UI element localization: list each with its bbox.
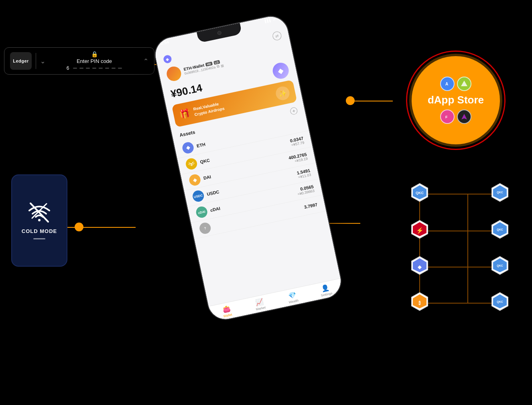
eth-big-icon: ◆: [271, 61, 290, 80]
cold-mode-phone: COLD MODE: [11, 174, 67, 267]
asset-name-last: [214, 223, 228, 226]
dapp-app-icon-3: F: [440, 109, 455, 124]
asset-name-cdai: cDAI: [210, 205, 225, 213]
screen-content: ◆ ⇄ ETH-Wallet HD LD 0x369919...115D402a: [152, 14, 344, 322]
hex-node-qkc-left: QKC: [412, 184, 428, 201]
svg-text:QKC: QKC: [497, 228, 503, 231]
asset-values-last: 3.7997: [304, 202, 318, 210]
ledger-logo: Ledger: [10, 52, 32, 70]
add-asset-button[interactable]: +: [290, 107, 298, 115]
main-phone-wrapper: 2:54 ▌▌▌ ⌘ ▮ ◆ ⇄ ETH-Wallet: [90, 0, 415, 405]
nav-market[interactable]: 📈 Market: [242, 295, 277, 314]
copy-icon[interactable]: ⧉: [217, 64, 220, 69]
svg-text:⚡: ⚡: [416, 227, 424, 234]
svg-text:QKC: QKC: [497, 300, 503, 304]
last-token-icon: ?: [199, 222, 212, 235]
dapp-store-label: dApp Store: [428, 94, 484, 106]
pin-dot: [92, 68, 96, 69]
svg-text:₿: ₿: [418, 301, 421, 306]
hex-node-btc-left: ₿: [412, 293, 428, 310]
svg-text:A: A: [445, 82, 448, 86]
chevron-down-icon[interactable]: ⌄: [40, 57, 45, 65]
airdrop-text: Real,Valuable Crypto Airdrops: [193, 100, 225, 117]
cdai-token-icon: cDAI: [195, 205, 208, 219]
gift-icon: 🎁: [179, 108, 191, 120]
svg-text:QKC: QKC: [497, 264, 503, 267]
nav-wealth[interactable]: 💎 Wealth: [275, 288, 311, 307]
svg-text:F: F: [445, 115, 448, 119]
notch-camera: [217, 30, 222, 35]
connector-line-cold: [67, 227, 136, 228]
hex-node-tron-left: ⚡: [412, 221, 428, 238]
hex-node-1-right: QKC: [492, 184, 508, 201]
cold-mode-label: COLD MODE: [22, 228, 57, 234]
asset-name-eth: ETH: [196, 141, 211, 148]
svg-point-0: [38, 219, 41, 221]
dapp-app-icon-4: [457, 109, 471, 124]
pin-dot: [73, 68, 77, 69]
asset-values-cdai: 0.0565 ≈¥0.39663: [296, 184, 315, 196]
wallet-nav-label: Wallet: [223, 313, 232, 318]
hex-node-eth-left: ◆: [412, 257, 428, 274]
hex-node-2-right: QKC: [492, 221, 508, 238]
wifi-slash-icon: [27, 202, 51, 224]
usdc-token-icon: USDC: [192, 189, 205, 202]
asset-values-qkc: 0.0347 ≈¥57.79: [290, 136, 305, 148]
network-diagram: QKC ⚡ ◆ ₿ QKC QKC QKC QKC: [388, 176, 524, 321]
dapp-app-icon-2: [457, 77, 471, 91]
cold-line-decoration: [33, 238, 45, 239]
asset-values-usdc: 1.5491 ≈¥11.03: [296, 168, 311, 180]
asset-values-dai: 400.2765 ≈¥19.19: [288, 152, 308, 164]
battery-icon: ▮: [277, 17, 279, 21]
eth-small-icon: ◆: [163, 55, 173, 64]
wallet-avatar: [165, 65, 183, 83]
dai-token-icon: ◈: [188, 173, 201, 186]
pin-dot: [79, 68, 83, 69]
phone-screen: 2:54 ▌▌▌ ⌘ ▮ ◆ ⇄ ETH-Wallet: [152, 14, 344, 322]
svg-marker-4: [461, 81, 467, 86]
wealth-nav-icon: 💎: [288, 291, 297, 300]
wallet-nav-icon: 👛: [222, 305, 231, 314]
asset-name-qkc: QKC: [199, 157, 215, 164]
svg-text:◆: ◆: [418, 264, 422, 270]
pin-dot: [86, 68, 90, 69]
qr-icon[interactable]: ⊞: [221, 63, 225, 68]
market-nav-icon: 📈: [255, 298, 264, 307]
balance-amount: ¥90.14: [170, 81, 203, 100]
last-amount: 3.7997: [304, 202, 318, 210]
dapp-store[interactable]: A dApp Store F: [412, 56, 500, 144]
dapp-icons-row: F: [440, 109, 471, 124]
eth-token-icon: ◆: [181, 141, 195, 154]
hex-node-4-right: QKC: [492, 293, 508, 310]
svg-text:QKC: QKC: [416, 191, 424, 195]
asset-name-usdc: USDC: [206, 189, 221, 196]
svg-text:QKC: QKC: [497, 191, 503, 194]
qkc-token-icon: [185, 157, 198, 170]
wifi-icon: ⌘: [272, 17, 276, 21]
pin-digit: 6: [67, 65, 69, 71]
hex-node-3-right: QKC: [492, 257, 508, 274]
dapp-app-icon-1: A: [440, 77, 455, 91]
swap-icon[interactable]: ⇄: [272, 30, 282, 41]
main-phone: 2:54 ▌▌▌ ⌘ ▮ ◆ ⇄ ETH-Wallet: [151, 12, 345, 323]
settings-nav-icon: 👤: [321, 284, 330, 293]
ledger-divider: [36, 53, 36, 69]
airdrop-sparkle: ✨: [274, 85, 290, 101]
asset-name-dai: DAI: [203, 173, 218, 180]
nav-wallet[interactable]: 👛 Wallet: [209, 302, 244, 321]
nav-settings[interactable]: 👤 Settings: [308, 281, 343, 300]
bottom-nav: 👛 Wallet 📈 Market 💎 Wealth 👤 Settings: [209, 278, 344, 322]
